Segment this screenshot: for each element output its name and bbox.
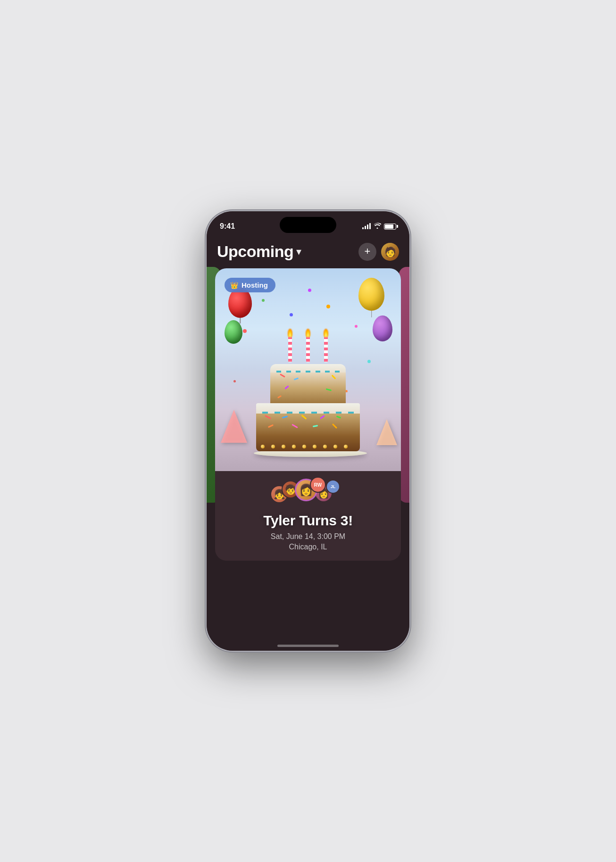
candle-2 [306, 329, 310, 362]
signal-icon [362, 224, 371, 229]
cake-bottom-frosting [256, 403, 360, 414]
balloon-green [225, 320, 242, 344]
chevron-down-icon[interactable]: ▾ [296, 246, 301, 258]
event-card-image [215, 268, 401, 471]
party-hat-left [221, 410, 247, 443]
attendees-row: 👧 🧒 👩 👩 [215, 471, 401, 508]
plus-icon: + [365, 246, 371, 257]
event-location: Chicago, IL [223, 543, 393, 551]
battery-icon [384, 224, 396, 230]
balloon-purple [373, 315, 392, 341]
hosting-label: Hosting [241, 281, 268, 289]
status-time: 9:41 [220, 222, 235, 231]
confetti [262, 299, 265, 302]
candle-3 [324, 329, 328, 362]
attendee-avatar-jl: JL [326, 480, 340, 494]
candles-row [254, 329, 362, 362]
page-title: Upcoming [217, 242, 293, 261]
add-button[interactable]: + [358, 243, 376, 261]
party-hat-right [376, 419, 397, 445]
confetti [308, 289, 311, 292]
event-info: Tyler Turns 3! Sat, June 14, 3:00 PM Chi… [215, 508, 401, 561]
event-datetime: Sat, June 14, 3:00 PM [223, 532, 393, 541]
attendee-initials-rw: RW [314, 482, 322, 488]
wifi-icon [374, 223, 381, 230]
cake-top-frosting [270, 364, 346, 373]
sprinkle [284, 385, 289, 390]
sprinkle [280, 373, 285, 378]
cake-bottom-tier [256, 403, 360, 451]
flame-3 [324, 329, 328, 337]
confetti [233, 380, 236, 382]
sprinkle [332, 375, 336, 380]
cake-bottom-body [256, 414, 360, 451]
attendee-avatar-rw: RW [310, 477, 326, 493]
dynamic-island [280, 217, 336, 233]
flame-2 [306, 329, 310, 337]
cake-top-body [270, 373, 346, 403]
home-indicator [277, 645, 339, 647]
confetti [367, 360, 371, 363]
sprinkle [277, 395, 282, 398]
status-icons [362, 223, 396, 230]
hosting-badge: 👑 Hosting [225, 278, 275, 292]
cake-top-tier [270, 364, 346, 403]
confetti [243, 329, 247, 333]
flame-1 [288, 329, 292, 337]
attendee-avatars: 👧 🧒 👩 👩 [270, 479, 346, 503]
confetti [326, 305, 330, 308]
phone-frame: 9:41 [207, 211, 409, 651]
confetti [355, 325, 358, 328]
event-card[interactable]: 👑 Hosting 👧 🧒 [215, 268, 401, 561]
attendee-initials-jl: JL [331, 484, 336, 489]
balloon-yellow [358, 278, 384, 311]
header-title[interactable]: Upcoming ▾ [217, 242, 301, 261]
crown-icon: 👑 [230, 282, 238, 289]
user-avatar-button[interactable]: 🧑 [381, 243, 399, 261]
header-actions: + 🧑 [358, 243, 399, 261]
sprinkle [326, 388, 332, 391]
screen: 9:41 [207, 211, 409, 651]
main-content: Upcoming ▾ + 🧑 [207, 235, 409, 561]
confetti [290, 313, 293, 316]
birthday-cake [254, 329, 362, 457]
sprinkle [294, 377, 299, 380]
event-title: Tyler Turns 3! [223, 513, 393, 529]
header: Upcoming ▾ + 🧑 [215, 235, 401, 268]
candle-1 [288, 329, 292, 362]
